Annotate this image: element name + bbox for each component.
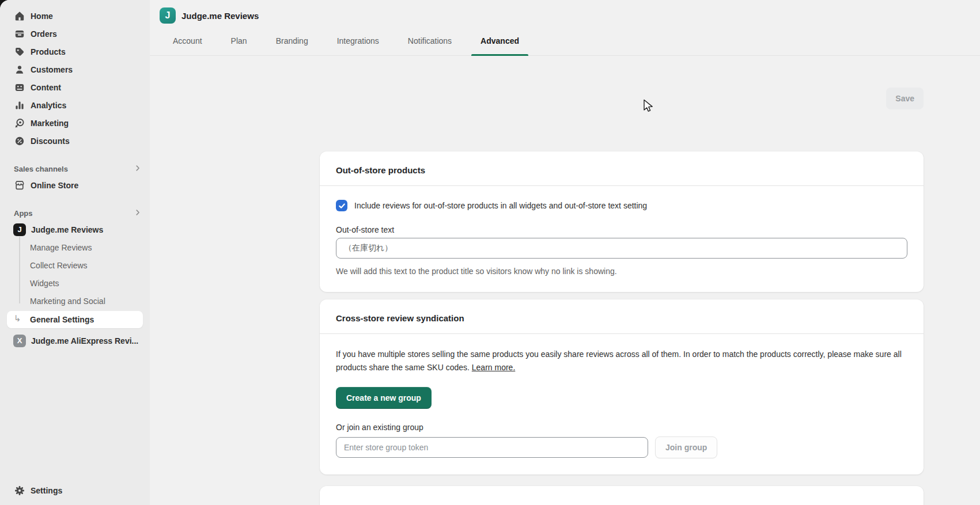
main-area: J Judge.me Reviews Account Plan Branding…	[150, 0, 980, 505]
storefront-icon	[14, 180, 25, 191]
sidebar-item-label: Products	[31, 47, 66, 56]
sidebar-item-manage-reviews[interactable]: Manage Reviews	[0, 238, 150, 256]
sidebar-item-label: Online Store	[31, 181, 78, 190]
products-icon	[14, 46, 25, 58]
sidebar-item-content[interactable]: Content	[0, 78, 150, 96]
sidebar-item-label: Settings	[31, 486, 62, 495]
sidebar-item-label: Judge.me Reviews	[31, 225, 103, 234]
active-tab-underline	[471, 54, 528, 56]
sidebar-item-settings[interactable]: Settings	[0, 481, 150, 499]
sidebar-item-online-store[interactable]: Online Store	[0, 176, 150, 194]
tree-connector-line	[19, 237, 20, 303]
tab-notifications[interactable]: Notifications	[399, 26, 461, 55]
judgeme-app-group: J Judge.me Reviews Manage Reviews Collec…	[0, 221, 150, 328]
page-header: J Judge.me Reviews	[150, 0, 980, 26]
next-settings-card-partial	[320, 486, 924, 505]
app-frame: Home Orders Products Customers Content	[0, 0, 980, 505]
sidebar-item-judgeme-reviews[interactable]: J Judge.me Reviews	[0, 221, 150, 238]
judgeme-app-badge-icon: J	[13, 223, 26, 236]
judgeme-header-app-icon: J	[160, 7, 176, 24]
page-title: Judge.me Reviews	[181, 11, 259, 21]
sidebar-item-label: Marketing	[31, 119, 69, 128]
tab-integrations[interactable]: Integrations	[328, 26, 388, 55]
out-of-store-helper-text: We will add this text to the product tit…	[336, 267, 907, 276]
sidebar-item-label: Customers	[31, 65, 73, 74]
sidebar-item-label: Content	[31, 83, 61, 92]
sidebar-item-general-settings[interactable]: ↳ General Settings	[7, 311, 143, 328]
sidebar-item-marketing-and-social[interactable]: Marketing and Social	[0, 292, 150, 310]
out-of-store-products-card: Out-of-store products Include reviews fo…	[320, 151, 924, 292]
orders-icon	[14, 28, 25, 40]
customers-icon	[14, 64, 25, 75]
join-group-label: Or join an existing group	[336, 423, 907, 432]
sidebar-item-home[interactable]: Home	[0, 7, 150, 25]
discounts-icon	[14, 135, 25, 147]
sales-channels-header[interactable]: Sales channels	[0, 161, 150, 176]
sidebar-item-label: Judge.me AliExpress Revi...	[31, 336, 138, 345]
out-of-store-text-input[interactable]	[336, 238, 907, 259]
sidebar-item-discounts[interactable]: Discounts	[0, 132, 150, 150]
analytics-icon	[14, 100, 25, 111]
cross-store-syndication-card: Cross-store review syndication If you ha…	[320, 299, 924, 474]
gear-icon	[14, 485, 25, 496]
settings-tabs: Account Plan Branding Integrations Notif…	[150, 26, 980, 56]
sidebar-item-analytics[interactable]: Analytics	[0, 96, 150, 114]
sidebar-item-orders[interactable]: Orders	[0, 25, 150, 43]
content-icon	[14, 82, 25, 93]
sidebar-item-collect-reviews[interactable]: Collect Reviews	[0, 256, 150, 274]
apps-header[interactable]: Apps	[0, 206, 150, 221]
tab-account[interactable]: Account	[164, 26, 211, 55]
sidebar-item-customers[interactable]: Customers	[0, 60, 150, 78]
sidebar-item-label: Orders	[31, 29, 57, 39]
card-title: Out-of-store products	[336, 165, 907, 175]
create-new-group-button[interactable]: Create a new group	[336, 387, 432, 409]
chevron-right-icon	[134, 208, 142, 218]
card-title: Cross-store review syndication	[336, 313, 907, 323]
sidebar-item-label: Discounts	[31, 136, 70, 146]
sidebar-item-marketing[interactable]: Marketing	[0, 114, 150, 132]
aliexpress-app-badge-icon: X	[13, 335, 26, 347]
join-group-button[interactable]: Join group	[655, 436, 717, 458]
home-icon	[14, 10, 25, 22]
tab-plan[interactable]: Plan	[222, 26, 256, 55]
tab-branding[interactable]: Branding	[267, 26, 317, 55]
out-of-store-text-label: Out-of-store text	[336, 225, 907, 234]
return-arrow-icon: ↳	[14, 313, 21, 324]
sidebar-item-label: Home	[31, 12, 53, 21]
marketing-icon	[14, 117, 25, 129]
toolbar: Save	[150, 88, 924, 109]
sidebar-item-label: Analytics	[31, 101, 66, 110]
sidebar-item-widgets[interactable]: Widgets	[0, 274, 150, 292]
chevron-right-icon	[134, 164, 142, 174]
settings-content: Out-of-store products Include reviews fo…	[320, 151, 924, 505]
sidebar-item-products[interactable]: Products	[0, 43, 150, 60]
tab-advanced[interactable]: Advanced	[471, 26, 528, 55]
store-group-token-input[interactable]	[336, 437, 648, 458]
sidebar: Home Orders Products Customers Content	[0, 0, 150, 505]
sidebar-item-judgeme-aliexpress[interactable]: X Judge.me AliExpress Revi...	[0, 332, 150, 350]
syndication-description: If you have multiple stores selling the …	[336, 348, 907, 374]
checkbox-label: Include reviews for out-of-store product…	[354, 201, 647, 210]
learn-more-link[interactable]: Learn more.	[472, 363, 515, 372]
save-button[interactable]: Save	[886, 88, 924, 109]
include-out-of-store-checkbox[interactable]	[336, 200, 347, 211]
